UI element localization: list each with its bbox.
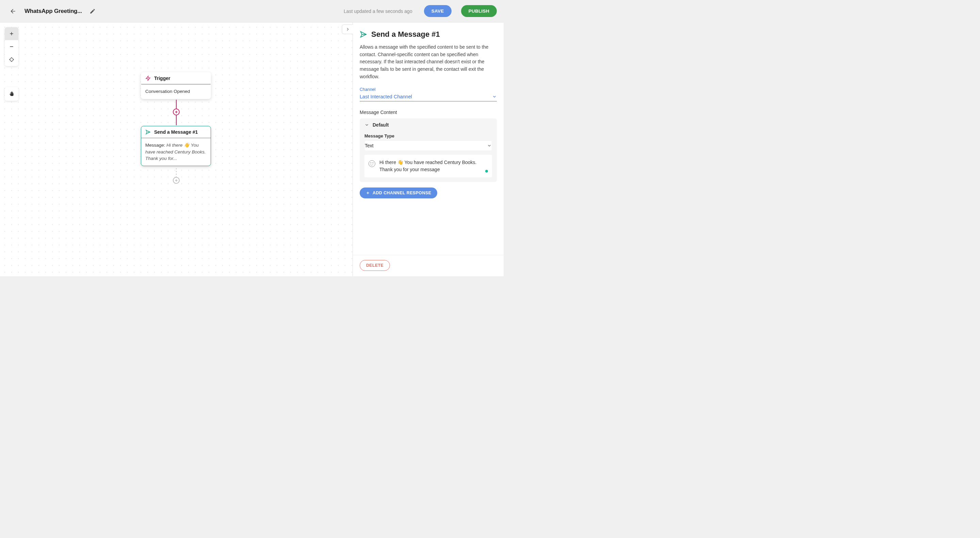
top-bar: WhatsApp Greeting... Last updated a few … <box>0 0 504 22</box>
add-channel-response-button[interactable]: ADD CHANNEL RESPONSE <box>360 188 437 198</box>
zoom-out-button[interactable] <box>5 40 18 53</box>
zoom-in-button[interactable] <box>5 27 18 40</box>
add-step-button[interactable]: + <box>173 108 180 115</box>
zoom-fit-button[interactable] <box>5 53 18 66</box>
card-default-header[interactable]: Default <box>360 118 497 131</box>
workflow-canvas[interactable]: Trigger Conversation Opened + Send a Mes… <box>0 22 353 276</box>
node-action-msg-prefix: Message: <box>145 143 166 148</box>
trigger-icon <box>145 76 151 81</box>
back-icon[interactable] <box>10 8 16 14</box>
card-default-label: Default <box>372 122 388 127</box>
send-icon <box>360 30 367 38</box>
node-action-title: Send a Message #1 <box>154 129 198 135</box>
emoji-picker-button[interactable] <box>369 160 375 167</box>
send-icon <box>145 129 151 135</box>
connector-2 <box>176 168 177 177</box>
node-trigger[interactable]: Trigger Conversation Opened <box>141 72 211 99</box>
workflow-title: WhatsApp Greeting... <box>24 8 82 14</box>
chevron-down-icon <box>487 143 492 148</box>
plus-icon <box>366 191 370 195</box>
panel-title: Send a Message #1 <box>371 30 440 39</box>
variable-insert-icon[interactable] <box>485 170 488 172</box>
delete-button[interactable]: DELETE <box>360 260 390 271</box>
zoom-controls <box>5 27 18 66</box>
panel-description: Allows a message with the specified cont… <box>360 43 497 80</box>
message-type-label: Message Type <box>364 134 492 138</box>
message-type-value: Text <box>365 143 374 148</box>
publish-button[interactable]: PUBLISH <box>461 5 497 17</box>
channel-label: Channel <box>360 87 497 92</box>
channel-value: Last Interacted Channel <box>360 94 412 99</box>
save-button[interactable]: SAVE <box>424 5 452 17</box>
message-type-select[interactable]: Text <box>364 140 492 151</box>
svg-point-3 <box>10 58 13 61</box>
chevron-down-icon <box>492 94 497 99</box>
content-card-default: Default Message Type Text Hi there 👋 You… <box>360 118 497 182</box>
node-trigger-body: Conversation Opened <box>141 84 211 99</box>
message-text-input[interactable]: Hi there 👋 You have reached Century Book… <box>364 155 492 177</box>
node-action[interactable]: Send a Message #1 Message: Hi there 👋 Yo… <box>141 126 211 166</box>
message-text: Hi there 👋 You have reached Century Book… <box>379 159 481 173</box>
node-trigger-title: Trigger <box>154 76 170 81</box>
add-step-button-2[interactable]: + <box>173 177 180 184</box>
collapse-panel-button[interactable] <box>342 24 353 34</box>
svg-marker-8 <box>146 76 150 80</box>
last-updated: Last updated a few seconds ago <box>344 8 412 14</box>
edit-title-icon[interactable] <box>89 8 95 14</box>
details-panel: Send a Message #1 Allows a message with … <box>353 22 504 276</box>
add-channel-response-label: ADD CHANNEL RESPONSE <box>372 191 431 195</box>
chevron-down-icon <box>364 123 369 127</box>
channel-select[interactable]: Last Interacted Channel <box>360 93 497 102</box>
message-content-label: Message Content <box>360 110 497 115</box>
pan-button[interactable] <box>5 87 18 101</box>
